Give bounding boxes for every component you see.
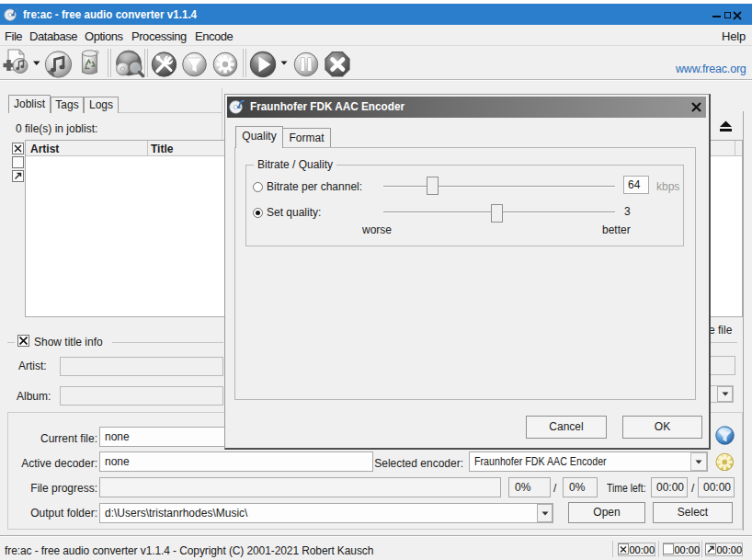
svg-text:00:00: 00:00	[717, 544, 743, 555]
svg-text:00:00: 00:00	[630, 544, 655, 555]
svg-text:00:00: 00:00	[675, 544, 701, 555]
